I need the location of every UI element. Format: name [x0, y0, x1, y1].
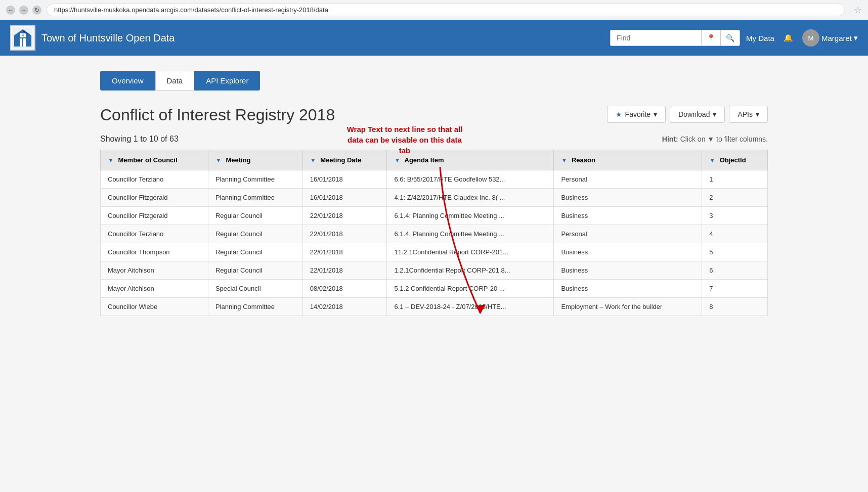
bookmark-icon[interactable]: ☆ [854, 5, 862, 16]
page-title: Conflict of Interest Registry 2018 [100, 106, 335, 124]
cell-r1-c5: 2 [702, 189, 768, 207]
tabs-bar: Overview Data API Explorer [100, 71, 768, 91]
cell-r4-c5: 5 [702, 243, 768, 261]
table-row: Councillor WiebePlanning Committee14/02/… [101, 298, 768, 316]
search-button[interactable]: 🔍 [720, 30, 740, 46]
cell-r7-c4: Employment – Work for the builder [554, 298, 702, 316]
action-buttons: ★ Favorite ▾ Download ▾ APIs ▾ [607, 106, 768, 123]
cell-r5-c5: 6 [702, 261, 768, 280]
cell-r5-c0: Mayor Aitchison [101, 261, 208, 280]
my-data-label: My Data [746, 34, 774, 42]
forward-button[interactable]: → [19, 6, 28, 15]
favorite-dropdown-icon: ▾ [654, 110, 657, 118]
cell-r6-c1: Special Council [208, 280, 302, 298]
cell-r3-c3: 6.1.4: Planning Committee Meeting ... [387, 225, 554, 243]
data-table: ▼ Member of Council ▼ Meeting ▼ Meeting … [100, 150, 768, 316]
map-search-button[interactable]: 📍 [701, 30, 720, 46]
favorite-label: Favorite [625, 110, 651, 118]
cell-r2-c5: 3 [702, 207, 768, 225]
apis-button[interactable]: APIs ▾ [729, 106, 768, 123]
header-search: 📍 🔍 [610, 30, 740, 46]
download-button[interactable]: Download ▾ [670, 106, 725, 123]
star-icon: ★ [616, 110, 622, 118]
cell-r0-c4: Personal [554, 170, 702, 189]
hint-text: Hint: Click on ▼ to filter columns. [662, 135, 768, 143]
showing-text: Showing 1 to 10 of 63 [100, 135, 179, 144]
address-bar[interactable]: https://huntsville-muskoka.opendata.arcg… [47, 4, 845, 16]
col-label-meeting: Meeting [226, 156, 250, 164]
avatar: M [802, 29, 819, 47]
tab-data[interactable]: Data [155, 71, 195, 91]
cell-r5-c4: Business [554, 261, 702, 280]
col-header-date[interactable]: ▼ Meeting Date [302, 150, 387, 170]
table-row: Councillor FitzgeraldRegular Council22/0… [101, 207, 768, 225]
table-row: Mayor AitchisonRegular Council22/01/2018… [101, 261, 768, 280]
filter-icon-date: ▼ [310, 157, 316, 164]
download-label: Download [678, 110, 710, 118]
page-header: Conflict of Interest Registry 2018 ★ Fav… [100, 106, 768, 124]
site-logo: H [10, 25, 35, 51]
cell-r1-c1: Planning Committee [208, 189, 302, 207]
cell-r7-c3: 6.1 – DEV-2018-24 - Z/07/2018/HTE... [387, 298, 554, 316]
cell-r3-c1: Regular Council [208, 225, 302, 243]
back-button[interactable]: ← [6, 6, 15, 15]
user-nav[interactable]: M Margaret ▾ [802, 29, 858, 47]
col-header-agenda[interactable]: ▼ Agenda Item [387, 150, 554, 170]
filter-icon-objectid: ▼ [709, 157, 715, 164]
table-row: Councillor ThompsonRegular Council22/01/… [101, 243, 768, 261]
browser-controls: ← → ↻ [6, 6, 41, 15]
cell-r3-c5: 4 [702, 225, 768, 243]
search-input[interactable] [610, 30, 701, 46]
tab-api-explorer[interactable]: API Explorer [194, 71, 260, 91]
hint-body: Click on [680, 135, 708, 143]
cell-r6-c0: Mayor Aitchison [101, 280, 208, 298]
cell-r5-c1: Regular Council [208, 261, 302, 280]
apis-label: APIs [737, 110, 753, 118]
cell-r4-c2: 22/01/2018 [302, 243, 387, 261]
col-label-objectid: ObjectId [720, 156, 746, 164]
cell-r6-c3: 5.1.2 Confidential Report CORP-20 ... [387, 280, 554, 298]
header-nav: My Data 🔔 M Margaret ▾ [746, 29, 858, 47]
table-row: Councillor FitzgeraldPlanning Committee1… [101, 189, 768, 207]
cell-r7-c0: Councillor Wiebe [101, 298, 208, 316]
col-label-date: Meeting Date [320, 156, 361, 164]
col-header-objectid[interactable]: ▼ ObjectId [702, 150, 768, 170]
tab-overview[interactable]: Overview [100, 71, 155, 91]
browser-bar: ← → ↻ https://huntsville-muskoka.opendat… [0, 0, 868, 20]
svg-rect-4 [20, 38, 22, 47]
site-title: Town of Huntsville Open Data [41, 32, 604, 44]
cell-r2-c2: 22/01/2018 [302, 207, 387, 225]
cell-r1-c2: 16/01/2018 [302, 189, 387, 207]
cell-r4-c1: Regular Council [208, 243, 302, 261]
cell-r3-c2: 22/01/2018 [302, 225, 387, 243]
cell-r1-c4: Business [554, 189, 702, 207]
cell-r7-c2: 14/02/2018 [302, 298, 387, 316]
notifications-nav[interactable]: 🔔 [784, 33, 793, 42]
cell-r5-c2: 22/01/2018 [302, 261, 387, 280]
cell-r2-c3: 6.1.4: Planning Committee Meeting ... [387, 207, 554, 225]
cell-r1-c0: Councillor Fitzgerald [101, 189, 208, 207]
cell-r0-c0: Councillor Terziano [101, 170, 208, 189]
col-header-member[interactable]: ▼ Member of Council [101, 150, 208, 170]
col-label-reason: Reason [572, 156, 595, 164]
cell-r2-c4: Business [554, 207, 702, 225]
favorite-button[interactable]: ★ Favorite ▾ [607, 106, 666, 123]
refresh-button[interactable]: ↻ [32, 6, 41, 15]
hint-suffix: to filter columns. [716, 135, 768, 143]
cell-r7-c5: 8 [702, 298, 768, 316]
cell-r5-c3: 1.2.1Confidential Report CORP-201 8... [387, 261, 554, 280]
table-row: Mayor AitchisonSpecial Council08/02/2018… [101, 280, 768, 298]
cell-r4-c4: Business [554, 243, 702, 261]
col-header-reason[interactable]: ▼ Reason [554, 150, 702, 170]
col-label-member: Member of Council [118, 156, 178, 164]
my-data-nav[interactable]: My Data [746, 34, 774, 42]
cell-r3-c4: Personal [554, 225, 702, 243]
col-header-meeting[interactable]: ▼ Meeting [208, 150, 302, 170]
user-dropdown-icon: ▾ [854, 33, 858, 42]
cell-r4-c0: Councillor Thompson [101, 243, 208, 261]
cell-r7-c1: Planning Committee [208, 298, 302, 316]
table-header-row: ▼ Member of Council ▼ Meeting ▼ Meeting … [101, 150, 768, 170]
table-row: Councillor TerzianoRegular Council22/01/… [101, 225, 768, 243]
table-body: Councillor TerzianoPlanning Committee16/… [101, 170, 768, 316]
col-label-agenda: Agenda Item [405, 156, 444, 164]
